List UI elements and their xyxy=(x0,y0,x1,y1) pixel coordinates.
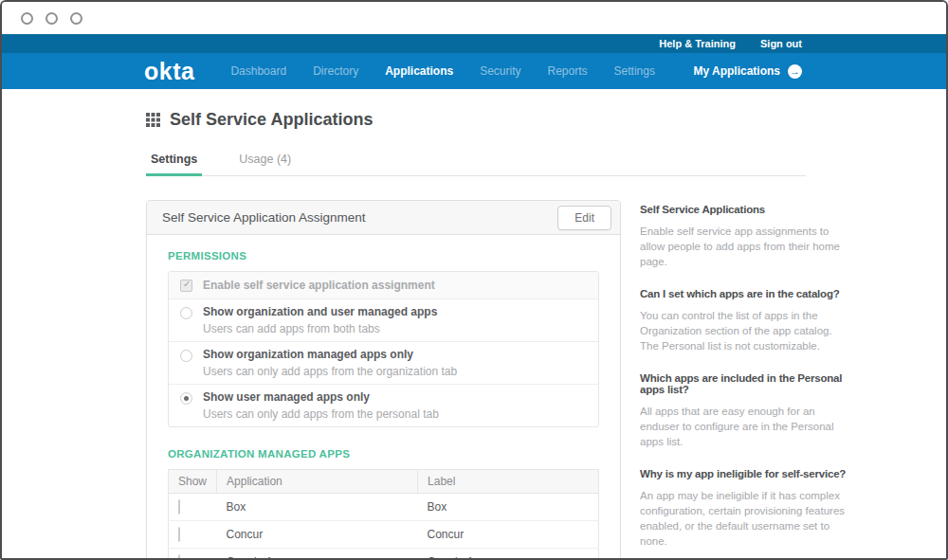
option-label: Show user managed apps only xyxy=(203,390,439,404)
sidebar-heading: Self Service Applications xyxy=(640,204,853,215)
sidebar-paragraph: All apps that are easy enough for an end… xyxy=(640,404,853,449)
sidebar-paragraph: Enable self service app assignments to a… xyxy=(640,224,853,269)
option-description: Users can add apps from both tabs xyxy=(203,322,437,335)
enable-self-service-label: Enable self service application assignme… xyxy=(203,279,435,292)
nav-item-settings[interactable]: Settings xyxy=(601,64,668,78)
option-org-apps-only[interactable]: Show organization managed apps only User… xyxy=(169,341,598,384)
option-description: Users can only add apps from the organiz… xyxy=(203,365,457,378)
nav-item-reports[interactable]: Reports xyxy=(535,64,601,78)
table-header-row: Show Application Label xyxy=(169,470,599,494)
org-and-user-apps-radio[interactable] xyxy=(180,307,192,319)
application-cell: Box xyxy=(217,494,418,521)
arrow-right-circle-icon: → xyxy=(788,64,802,79)
sign-out-link[interactable]: Sign out xyxy=(760,38,802,49)
column-header-show: Show xyxy=(169,470,217,494)
utility-bar: Help & Training Sign out xyxy=(2,34,946,53)
tab-settings[interactable]: Settings xyxy=(146,145,202,175)
application-cell: Google Apps xyxy=(217,549,418,560)
main-area: Self Service Application Assignment Edit… xyxy=(146,200,946,560)
panel-title: Self Service Application Assignment xyxy=(162,210,366,225)
sidebar-paragraph: An app may be ineligible if it has compl… xyxy=(640,488,853,549)
show-checkbox-concur[interactable] xyxy=(178,527,180,542)
page-content: Self Service Applications Settings Usage… xyxy=(2,110,946,560)
tab-usage[interactable]: Usage (4) xyxy=(234,145,296,175)
browser-chrome xyxy=(2,2,946,34)
show-checkbox-google-apps[interactable] xyxy=(178,554,180,560)
permissions-option-list: Enable self service application assignme… xyxy=(168,271,599,427)
option-user-apps-only[interactable]: Show user managed apps only Users can on… xyxy=(169,384,598,426)
nav-item-dashboard[interactable]: Dashboard xyxy=(217,64,300,78)
option-label: Show organization and user managed apps xyxy=(203,305,437,318)
option-label: Show organization managed apps only xyxy=(203,348,457,361)
table-row: Box Box xyxy=(169,494,599,521)
sidebar-heading: Which apps are included in the Personal … xyxy=(640,372,853,395)
column-header-label: Label xyxy=(418,470,599,494)
label-cell: Google Apps xyxy=(418,549,599,560)
nav-menu: Dashboard Directory Applications Securit… xyxy=(217,64,668,78)
help-training-link[interactable]: Help & Training xyxy=(659,38,736,49)
nav-item-directory[interactable]: Directory xyxy=(300,64,372,78)
enable-self-service-checkbox[interactable] xyxy=(180,280,192,292)
permissions-section-label: PERMISSIONS xyxy=(168,250,599,262)
help-sidebar: Self Service Applications Enable self se… xyxy=(640,200,853,560)
table-row: Google Apps Google Apps xyxy=(169,549,599,560)
org-apps-only-radio[interactable] xyxy=(180,350,192,362)
edit-button[interactable]: Edit xyxy=(557,206,611,230)
browser-window: Help & Training Sign out okta Dashboard … xyxy=(0,0,948,560)
table-row: Concur Concur xyxy=(169,521,599,549)
tab-bar: Settings Usage (4) xyxy=(146,145,806,176)
sidebar-heading: Why is my app ineligible for self-servic… xyxy=(640,468,853,479)
sidebar-paragraph: You can control the list of apps in the … xyxy=(640,308,853,353)
label-cell: Box xyxy=(418,494,599,521)
column-header-application: Application xyxy=(217,470,418,494)
page-title: Self Service Applications xyxy=(170,110,373,130)
grid-icon xyxy=(146,113,160,127)
page-title-row: Self Service Applications xyxy=(146,110,946,130)
show-checkbox-box[interactable] xyxy=(178,499,180,515)
nav-item-security[interactable]: Security xyxy=(466,64,534,78)
nav-item-applications[interactable]: Applications xyxy=(372,64,466,78)
enable-self-service-row: Enable self service application assignme… xyxy=(169,272,598,298)
okta-logo: okta xyxy=(144,60,194,83)
my-applications-link[interactable]: My Applications → xyxy=(693,64,802,79)
main-navbar: okta Dashboard Directory Applications Se… xyxy=(2,53,946,89)
self-service-assignment-panel: Self Service Application Assignment Edit… xyxy=(146,200,621,560)
panel-header: Self Service Application Assignment Edit xyxy=(147,201,620,235)
panel-body: PERMISSIONS Enable self service applicat… xyxy=(147,235,620,560)
org-apps-section-label: ORGANIZATION MANAGED APPS xyxy=(168,448,599,460)
window-minimize-button[interactable] xyxy=(46,12,58,25)
option-org-and-user-apps[interactable]: Show organization and user managed apps … xyxy=(169,298,598,341)
org-apps-table: Show Application Label Box Box xyxy=(168,469,599,560)
window-maximize-button[interactable] xyxy=(70,12,82,25)
window-close-button[interactable] xyxy=(21,12,33,25)
application-cell: Concur xyxy=(217,521,418,549)
sidebar-heading: Can I set which apps are in the catalog? xyxy=(640,288,853,299)
org-managed-apps-section: ORGANIZATION MANAGED APPS Show Applicati… xyxy=(168,448,599,560)
option-description: Users can only add apps from the persona… xyxy=(203,407,439,421)
my-applications-label: My Applications xyxy=(693,64,780,78)
user-apps-only-radio[interactable] xyxy=(180,392,192,405)
label-cell: Concur xyxy=(418,521,599,549)
